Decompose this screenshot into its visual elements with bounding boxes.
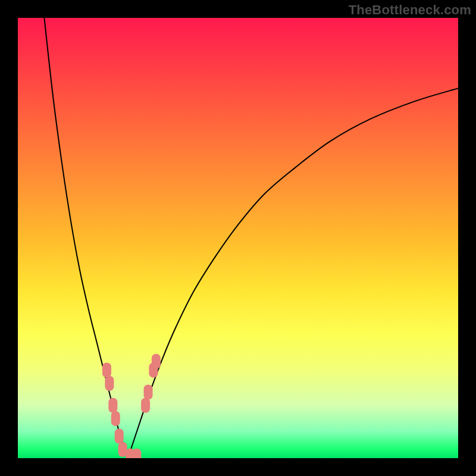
data-marker [141, 398, 150, 413]
data-marker [102, 363, 111, 378]
data-marker [111, 411, 120, 426]
marker-group [102, 354, 161, 458]
curve-left-branch [44, 18, 128, 458]
data-marker [108, 398, 117, 413]
plot-area [18, 18, 458, 458]
data-marker [152, 354, 161, 369]
data-marker [105, 376, 114, 391]
data-marker [144, 385, 153, 400]
data-marker [132, 449, 141, 458]
curve-right-branch [128, 88, 458, 458]
watermark-text: TheBottleneck.com [349, 2, 471, 18]
curve-layer [18, 18, 458, 458]
data-marker [115, 429, 124, 444]
chart-frame: TheBottleneck.com [0, 0, 476, 476]
